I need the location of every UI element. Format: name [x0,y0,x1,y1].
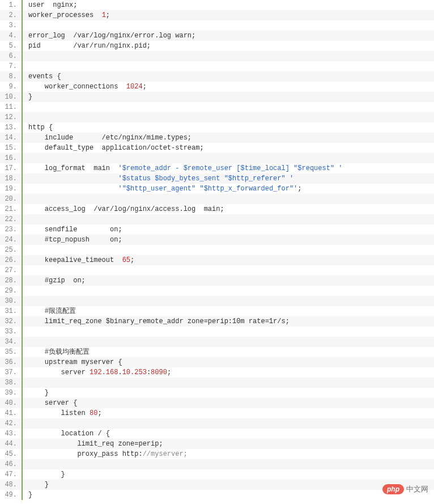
code-line: 45. proxy_pass http://myserver; [0,449,434,459]
code-line: 30. [0,296,434,306]
code-line: 16. [0,153,434,163]
code-content [23,194,28,204]
code-line: 12. [0,112,434,122]
line-number: 23. [0,225,23,235]
line-number: 39. [0,388,23,398]
code-line: 41. listen 80; [0,408,434,418]
line-number: 2. [0,10,23,20]
line-number: 31. [0,306,23,316]
line-number: 6. [0,51,23,61]
code-line: 28. #gzip on; [0,276,434,286]
code-content: listen 80; [23,408,102,418]
line-number: 13. [0,122,23,133]
line-number: 8. [0,71,23,82]
line-number: 28. [0,276,23,286]
line-number: 1. [0,0,23,10]
code-line: 22. [0,214,434,225]
code-content: upstream myserver { [23,357,122,367]
code-line: 3. [0,20,434,31]
line-number: 27. [0,265,23,276]
line-number: 12. [0,112,23,122]
line-number: 46. [0,459,23,469]
code-line: 33. [0,327,434,337]
code-content: } [23,92,32,102]
line-number: 41. [0,408,23,418]
code-content [23,20,28,31]
line-number: 16. [0,153,23,163]
code-content: default_type application/octet-stream; [23,143,204,153]
line-number: 44. [0,439,23,449]
line-number: 9. [0,82,23,92]
line-number: 40. [0,398,23,408]
code-line: 36. upstream myserver { [0,357,434,367]
code-content: sendfile on; [23,225,122,235]
code-content: location / { [23,429,110,439]
line-number: 29. [0,286,23,296]
code-line: 39. } [0,388,434,398]
code-line: 27. [0,265,434,276]
line-number: 22. [0,214,23,225]
code-line: 40. server { [0,398,434,408]
code-block: 1.user nginx;2.worker_processes 1;3.4.er… [0,0,434,500]
code-content: server { [23,398,77,408]
code-line: 26. keepalive_timeout 65; [0,255,434,265]
code-line: 15. default_type application/octet-strea… [0,143,434,153]
code-line: 44. limit_req zone=perip; [0,439,434,449]
code-line: 47. } [0,469,434,480]
line-number: 42. [0,418,23,429]
line-number: 4. [0,31,23,41]
line-number: 36. [0,357,23,367]
code-line: 13.http { [0,122,434,133]
line-number: 49. [0,490,23,500]
code-content: worker_connections 1024; [23,82,147,92]
code-content: pid /var/run/nginx.pid; [23,41,151,51]
code-line: 20. [0,194,434,204]
code-content [23,245,28,255]
code-line: 19. '"$http_user_agent" "$http_x_forward… [0,184,434,194]
line-number: 38. [0,378,23,388]
line-number: 43. [0,429,23,439]
code-line: 38. [0,378,434,388]
code-line: 24. #tcp_nopush on; [0,235,434,245]
code-line: 8.events { [0,71,434,82]
line-number: 35. [0,347,23,357]
code-content [23,378,28,388]
watermark-badge: php [382,484,404,494]
line-number: 48. [0,480,23,490]
code-content: #gzip on; [23,276,86,286]
code-content: worker_processes 1; [23,10,110,20]
line-number: 15. [0,143,23,153]
code-content: limit_req zone=perip; [23,439,163,449]
code-line: 21. access_log /var/log/nginx/access.log… [0,204,434,214]
code-line: 2.worker_processes 1; [0,10,434,20]
code-content [23,327,28,337]
code-line: 46. [0,459,434,469]
code-line: 31. #限流配置 [0,306,434,316]
code-line: 34. [0,337,434,347]
code-content: proxy_pass http://myserver; [23,449,188,459]
code-line: 35. #负载均衡配置 [0,347,434,357]
code-content: } [23,490,32,500]
line-number: 47. [0,469,23,480]
line-number: 33. [0,327,23,337]
code-content: } [23,469,65,480]
code-content: #tcp_nopush on; [23,235,122,245]
code-content: keepalive_timeout 65; [23,255,134,265]
code-line: 14. include /etc/nginx/mime.types; [0,133,434,143]
code-content [23,286,28,296]
code-line: 6. [0,51,434,61]
code-content [23,61,28,71]
line-number: 21. [0,204,23,214]
code-content: server 192.168.10.253:8090; [23,367,171,378]
code-content [23,296,28,306]
code-content [23,337,28,347]
line-number: 45. [0,449,23,459]
line-number: 5. [0,41,23,51]
code-content: events { [23,71,61,82]
watermark-text: 中文网 [406,484,428,494]
code-line: 29. [0,286,434,296]
code-content: user nginx; [23,0,77,10]
code-line: 49.} [0,490,434,500]
code-line: 5.pid /var/run/nginx.pid; [0,41,434,51]
code-line: 48. } [0,480,434,490]
